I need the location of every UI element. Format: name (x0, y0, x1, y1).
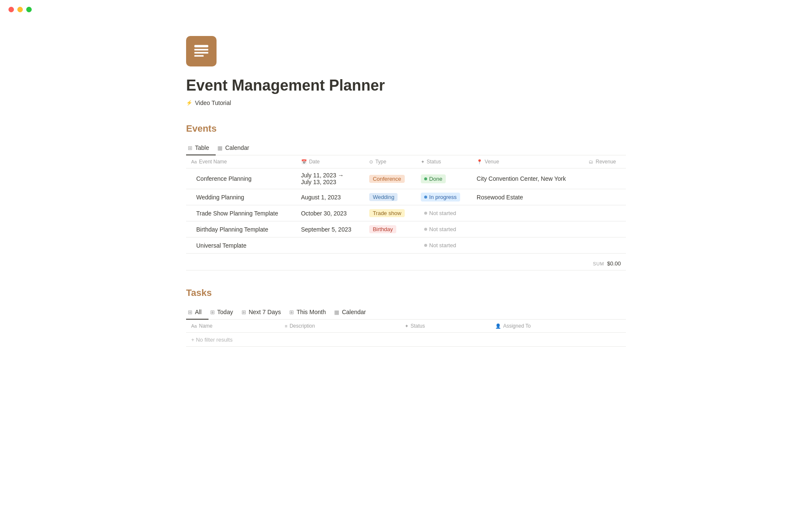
tasks-col-name: Aa Name (186, 320, 280, 333)
tab-table[interactable]: ⊞ Table (186, 141, 216, 155)
event-date-cell: September 5, 2023 (296, 221, 365, 237)
event-revenue-cell (584, 189, 626, 205)
svg-rect-3 (195, 55, 204, 57)
close-button[interactable] (8, 7, 14, 12)
event-date-cell (296, 237, 365, 254)
event-revenue-cell (584, 168, 626, 189)
event-venue-cell: City Convention Center, New York (472, 168, 584, 189)
tab-next7days[interactable]: ⊞ Next 7 Days (240, 305, 288, 320)
type-badge: Trade show (369, 209, 404, 217)
all-tab-icon: ⊞ (188, 309, 192, 315)
tab-today-label: Today (217, 309, 233, 315)
status-badge: Not started (421, 241, 460, 250)
col-status: ✦ Status (416, 155, 472, 168)
tab-all-label: All (195, 309, 202, 315)
minimize-button[interactable] (17, 7, 23, 12)
col-venue: 📍 Venue (472, 155, 584, 168)
video-tutorial-label: Video Tutorial (195, 99, 231, 106)
status-col-icon: ✦ (421, 159, 425, 165)
status-dot (424, 196, 427, 199)
table-icon: ⊞ (188, 145, 192, 151)
event-name-cell: Conference Planning (186, 168, 296, 189)
svg-rect-1 (195, 49, 208, 51)
sum-row: SUM $0.00 (186, 257, 626, 271)
type-badge: Conference (369, 175, 404, 183)
tasks-list-icon: ≡ (285, 323, 287, 329)
titlebar (0, 0, 812, 19)
event-type-cell: Wedding (364, 189, 415, 205)
table-row[interactable]: Wedding PlanningAugust 1, 2023WeddingIn … (186, 189, 626, 205)
main-content: Event Management Planner ⚡ Video Tutoria… (152, 19, 660, 367)
event-name-cell: Birthday Planning Template (186, 221, 296, 237)
tasks-text-icon: Aa (191, 323, 197, 329)
tasks-person-icon: 👤 (495, 323, 501, 329)
event-venue-cell (472, 205, 584, 221)
calendar-icon: ▦ (217, 145, 222, 151)
tab-thismonth[interactable]: ⊞ This Month (288, 305, 332, 320)
status-dot (424, 212, 427, 215)
tasks-col-assigned: 👤 Assigned To (490, 320, 626, 333)
video-tutorial-link[interactable]: ⚡ Video Tutorial (186, 99, 626, 106)
tab-calendar-label: Calendar (225, 144, 249, 151)
event-name-cell: Trade Show Planning Template (186, 205, 296, 221)
tab-calendar[interactable]: ▦ Calendar (216, 141, 256, 155)
type-col-icon: ⊙ (369, 159, 373, 165)
status-badge: In progress (421, 193, 460, 202)
tab-today[interactable]: ⊞ Today (208, 305, 240, 320)
today-tab-icon: ⊞ (210, 309, 215, 315)
svg-rect-2 (195, 52, 208, 54)
events-tabs: ⊞ Table ▦ Calendar (186, 141, 626, 155)
event-venue-cell: Rosewood Estate (472, 189, 584, 205)
table-row[interactable]: Trade Show Planning TemplateOctober 30, … (186, 205, 626, 221)
page-title: Event Management Planner (186, 77, 626, 94)
event-venue-cell (472, 221, 584, 237)
event-type-cell (364, 237, 415, 254)
col-date: 📅 Date (296, 155, 365, 168)
next7-tab-icon: ⊞ (241, 309, 246, 315)
tasks-section-title: Tasks (186, 287, 626, 298)
event-type-cell: Conference (364, 168, 415, 189)
maximize-button[interactable] (26, 7, 32, 12)
event-status-cell: Not started (416, 221, 472, 237)
bolt-icon: ⚡ (186, 100, 192, 106)
status-badge: Done (421, 174, 446, 183)
event-date-cell: October 30, 2023 (296, 205, 365, 221)
table-row[interactable]: Universal TemplateNot started (186, 237, 626, 254)
sum-label: SUM (593, 261, 604, 266)
col-revenue: 🗂 Revenue (584, 155, 626, 168)
events-section-title: Events (186, 123, 626, 134)
type-badge: Wedding (369, 193, 398, 201)
status-badge: Not started (421, 225, 460, 234)
table-row[interactable]: Conference PlanningJuly 11, 2023 →July 1… (186, 168, 626, 189)
event-revenue-cell (584, 205, 626, 221)
event-date-cell: August 1, 2023 (296, 189, 365, 205)
status-dot (424, 177, 427, 180)
tab-table-label: Table (195, 144, 209, 151)
col-event-name: Aa Event Name (186, 155, 296, 168)
event-status-cell: Not started (416, 205, 472, 221)
thismonth-tab-icon: ⊞ (289, 309, 294, 315)
tab-all[interactable]: ⊞ All (186, 305, 208, 320)
type-badge: Birthday (369, 225, 396, 233)
table-row[interactable]: Birthday Planning TemplateSeptember 5, 2… (186, 221, 626, 237)
tasks-table: Aa Name ≡ Description ✦ Status (186, 320, 626, 347)
events-table: Aa Event Name 📅 Date ⊙ Type (186, 155, 626, 254)
tab-tasks-calendar-label: Calendar (342, 309, 366, 315)
tab-thismonth-label: This Month (296, 309, 326, 315)
status-dot (424, 244, 427, 247)
tab-tasks-calendar[interactable]: ▦ Calendar (332, 305, 373, 320)
event-type-cell: Trade show (364, 205, 415, 221)
status-badge: Not started (421, 209, 460, 218)
table-row: + No filter results (186, 333, 626, 347)
calendar-col-icon: 📅 (301, 159, 307, 165)
event-revenue-cell (584, 221, 626, 237)
tasks-calendar-icon: ▦ (334, 309, 339, 315)
venue-col-icon: 📍 (477, 159, 483, 165)
app-icon (186, 36, 217, 66)
tasks-tabs: ⊞ All ⊞ Today ⊞ Next 7 Days ⊞ This Month… (186, 305, 626, 320)
svg-rect-0 (195, 45, 208, 47)
tasks-status-icon: ✦ (405, 323, 409, 329)
tasks-col-description: ≡ Description (280, 320, 400, 333)
event-date-cell: July 11, 2023 →July 13, 2023 (296, 168, 365, 189)
event-revenue-cell (584, 237, 626, 254)
